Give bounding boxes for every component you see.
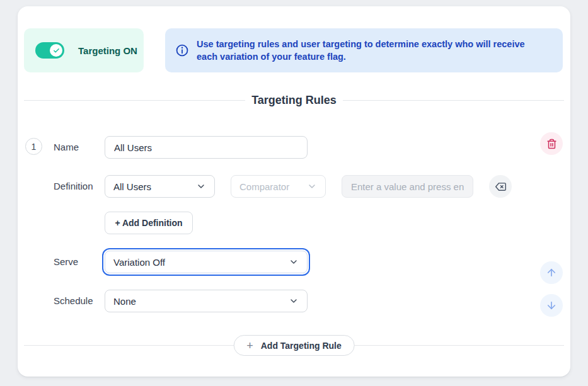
serve-select[interactable]: Variation Off <box>105 251 308 273</box>
move-rule-up-button[interactable] <box>540 261 563 284</box>
delete-rule-button[interactable] <box>540 132 563 155</box>
add-targeting-rule-label: Add Targeting Rule <box>261 341 342 351</box>
schedule-select-value: None <box>113 296 136 307</box>
attribute-select[interactable]: All Users <box>105 175 215 198</box>
targeting-panel: Targeting ON Use targeting rules and use… <box>18 6 570 377</box>
toggle-label: Targeting ON <box>78 45 137 56</box>
info-banner: Use targeting rules and user targeting t… <box>165 28 563 72</box>
arrow-down-icon <box>546 300 557 311</box>
toggle-knob <box>50 44 62 57</box>
arrow-up-icon <box>546 267 557 278</box>
chevron-down-icon <box>307 181 317 191</box>
move-rule-down-button[interactable] <box>540 294 563 317</box>
attribute-select-value: All Users <box>113 181 151 192</box>
targeting-toggle[interactable] <box>35 42 64 59</box>
name-label: Name <box>54 142 79 152</box>
definition-label: Definition <box>54 181 93 191</box>
schedule-select[interactable]: None <box>105 290 308 312</box>
comparator-select: Comparator <box>231 175 326 198</box>
targeting-toggle-box: Targeting ON <box>24 28 144 72</box>
backspace-icon <box>495 181 506 192</box>
rule-name-input[interactable] <box>105 136 308 159</box>
check-icon <box>53 47 60 54</box>
info-icon <box>175 43 189 57</box>
chevron-down-icon <box>196 181 206 191</box>
comparator-placeholder: Comparator <box>239 181 289 192</box>
trash-icon <box>546 139 557 149</box>
plus-icon: + <box>246 340 253 351</box>
add-targeting-rule-button[interactable]: + Add Targeting Rule <box>233 335 355 356</box>
rule-number-badge: 1 <box>25 138 42 155</box>
section-title: Targeting Rules <box>251 94 337 107</box>
section-heading: Targeting Rules <box>24 94 564 107</box>
divider-line <box>24 100 245 101</box>
chevron-down-icon <box>289 296 299 306</box>
add-definition-button[interactable]: + Add Definition <box>105 212 193 234</box>
chevron-down-icon <box>289 257 299 267</box>
info-banner-text: Use targeting rules and user targeting t… <box>197 38 546 63</box>
clear-values-button[interactable] <box>489 175 512 198</box>
divider-line <box>343 100 564 101</box>
serve-select-value: Variation Off <box>113 257 165 268</box>
serve-label: Serve <box>54 256 78 267</box>
schedule-label: Schedule <box>54 295 93 306</box>
definition-value-input[interactable] <box>342 175 473 198</box>
